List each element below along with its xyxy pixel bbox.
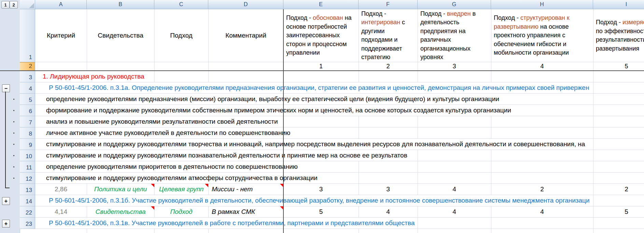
cell-D1[interactable]: Комментарий — [208, 9, 283, 62]
column-header-A[interactable]: A — [35, 0, 87, 9]
cell-E13[interactable]: 3 — [283, 184, 359, 195]
cell-A22[interactable]: 4,14 — [35, 206, 87, 217]
cell-A23[interactable]: Р 50-601-45/1-2006, п.3.1в. Участие руко… — [49, 218, 417, 229]
cell-D13[interactable]: Миссии - нет — [208, 184, 283, 195]
cell-A3[interactable]: 1. Лидирующая роль руководства — [43, 71, 146, 82]
row-header-8[interactable]: 8 — [20, 127, 35, 139]
cell-C22[interactable]: Подход — [154, 206, 208, 217]
outline-level-1-button[interactable]: 1 — [1, 1, 10, 9]
row-header-9[interactable]: 9 — [20, 139, 35, 150]
column-header-D[interactable]: D — [208, 0, 283, 9]
cell-F1[interactable]: Подход - интегрирован с другими подходам… — [359, 9, 418, 62]
cell-I13[interactable]: 2 — [593, 184, 644, 195]
sheet-row-9: стимулирование и поддержку руководителям… — [35, 139, 644, 150]
cell-C13[interactable]: Целевая групп — [154, 184, 208, 195]
outline-group-line-end — [5, 188, 10, 188]
row-header-2[interactable]: 2 — [20, 62, 35, 71]
cell-A12[interactable]: стимулирование и поддержку руководителям… — [46, 173, 320, 183]
row-header-7[interactable]: 7 — [20, 116, 35, 127]
row-header-22[interactable]: 22 — [20, 206, 35, 218]
cell-G13[interactable]: 4 — [418, 184, 491, 195]
outline-member-dot-icon — [13, 144, 14, 145]
column-header-E[interactable]: E — [283, 0, 359, 9]
approach-header-text: Подход - обоснован на основе потребносте… — [286, 14, 357, 57]
row-header-1[interactable]: 1 — [20, 9, 35, 62]
cell-H1[interactable]: Подход - структурирован к развертыванию … — [491, 9, 593, 62]
outline-member-dot-icon — [13, 110, 14, 111]
cell-I1[interactable]: Подход - измеряется по эффективности, ре… — [593, 9, 644, 62]
approach-header-text: Подход - интегрирован с другими подходам… — [361, 10, 416, 62]
row-header-5[interactable]: 5 — [20, 94, 35, 105]
row-header-10[interactable]: 10 — [20, 150, 35, 161]
cell-E2[interactable]: 1 — [283, 62, 359, 71]
outline-member-dot-icon — [13, 166, 14, 167]
cell-H22[interactable]: 4 — [491, 206, 593, 217]
sheet-row-4: Р 50-601-45/1-2006. п.3.1а. Определение … — [35, 82, 644, 94]
column-header-C[interactable]: C — [154, 0, 208, 9]
cell-A9[interactable]: стимулирование и поддержку руководителям… — [46, 139, 587, 150]
sheet-row-12: стимулирование и поддержку руководителям… — [35, 173, 644, 184]
column-header-G[interactable]: G — [418, 0, 491, 9]
outline-expand-button[interactable]: + — [2, 197, 10, 205]
cell-I2[interactable]: 5 — [593, 62, 644, 71]
column-header-H[interactable]: H — [491, 0, 593, 9]
cell-D22[interactable]: В рамках СМК — [208, 206, 283, 217]
cell-D2[interactable] — [208, 62, 283, 71]
cell-A1[interactable]: Критерий — [35, 9, 87, 62]
outline-expand-button[interactable]: + — [2, 220, 10, 228]
cell-A10[interactable]: стимулирование и поддержку руководителям… — [46, 150, 409, 161]
outline-level-2-button[interactable]: 2 — [10, 1, 18, 9]
row-header-13[interactable]: 13 — [20, 184, 35, 195]
sheet-row-22: 4,14СвидетельстваПодходВ рамках СМК54445 — [35, 206, 644, 218]
cell-A13[interactable]: 2,86 — [35, 184, 87, 195]
row-header-4[interactable]: 4 — [20, 82, 35, 94]
outline-member-dot-icon — [13, 178, 14, 179]
select-all-triangle-icon — [29, 3, 34, 8]
cell-F13[interactable]: 3 — [359, 184, 418, 195]
cell-H2[interactable]: 4 — [491, 62, 593, 71]
outline-collapse-button[interactable]: − — [2, 84, 10, 92]
sheet-row-7: анализ и повышение руководителями резуль… — [35, 116, 644, 127]
cell-B22[interactable]: Свидетельства — [87, 206, 154, 217]
cell-B13[interactable]: Политика и цели — [87, 184, 154, 195]
cell-B2[interactable] — [87, 62, 154, 71]
outline-gutter: 1 2 −++ — [0, 0, 20, 233]
cell-G22[interactable]: 4 — [418, 206, 491, 217]
cell-A2[interactable] — [35, 62, 87, 71]
cell-F2[interactable]: 2 — [359, 62, 418, 71]
cell-A7[interactable]: анализ и повышение руководителями резуль… — [46, 116, 280, 127]
cell-A4[interactable]: Р 50-601-45/1-2006. п.3.1а. Определение … — [49, 82, 591, 93]
column-header-F[interactable]: F — [359, 0, 418, 9]
approach-header-text: Подход - измеряется по эффективности, ре… — [596, 18, 644, 53]
sheet-row-14: Р 50-601-45/1-2006, п.3.1б. Участие руко… — [35, 195, 644, 206]
cell-C2[interactable] — [154, 62, 208, 71]
cell-C1[interactable]: Подход — [154, 9, 208, 62]
cell-I22[interactable]: 5 — [593, 206, 644, 217]
row-header-6[interactable]: 6 — [20, 105, 35, 116]
scale-row-2: 12345 — [35, 62, 644, 71]
cell-A11[interactable]: определение руководителями приоритетов в… — [46, 161, 300, 172]
cell-E1[interactable]: Подход - обоснован на основе потребносте… — [283, 9, 359, 62]
cell-F22[interactable]: 4 — [359, 206, 418, 217]
cell-E22[interactable]: 5 — [283, 206, 359, 217]
select-all-corner[interactable] — [20, 0, 35, 9]
column-header-I[interactable]: I — [593, 0, 644, 9]
row-header-3[interactable]: 3 — [20, 71, 35, 82]
row-header-11[interactable]: 11 — [20, 161, 35, 173]
outline-group-line — [5, 92, 6, 188]
cell-G2[interactable]: 3 — [418, 62, 491, 71]
row-header-23[interactable]: 23 — [20, 218, 35, 229]
cell-B1[interactable]: Свидетельства — [87, 9, 154, 62]
sheet-row-6: формирование и поддержание руководителям… — [35, 105, 644, 116]
cell-A8[interactable]: личное активное участие руководителей в … — [46, 127, 292, 138]
column-header-B[interactable]: B — [87, 0, 154, 9]
cell-H13[interactable]: 2 — [491, 184, 593, 195]
cell-A6[interactable]: формирование и поддержание руководителям… — [46, 105, 513, 116]
row-header-12[interactable]: 12 — [20, 173, 35, 184]
cell-A14[interactable]: Р 50-601-45/1-2006, п.3.1б. Участие руко… — [49, 195, 592, 206]
sheet-row-13: 2,86Политика и целиЦелевая группМиссии -… — [35, 184, 644, 195]
outline-member-dot-icon — [13, 155, 14, 156]
cell-G1[interactable]: Подход - внедрен в деятельность предприя… — [418, 9, 491, 62]
cell-A5[interactable]: определение руководителями предназначени… — [46, 94, 501, 105]
row-header-14[interactable]: 14 — [20, 195, 35, 206]
